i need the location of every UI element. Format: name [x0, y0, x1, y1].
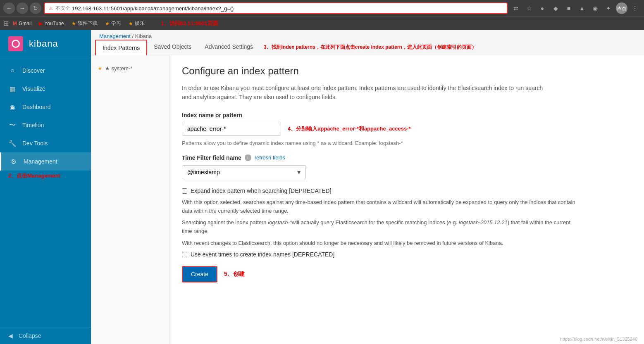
- deprecated-text2: Searching against the index pattern logs…: [182, 218, 579, 236]
- time-filter-label: Time Filter field name: [182, 154, 241, 161]
- annotation-step5: 5、创建: [224, 270, 245, 278]
- refresh-fields-link[interactable]: refresh fields: [255, 154, 285, 161]
- sidebar-item-discover-label: Discover: [22, 67, 45, 74]
- annotation-step3: 3、找到index patterns，在此列下面点击create index p…: [264, 44, 477, 51]
- software-label: 软件下载: [78, 20, 98, 27]
- form-description: In order to use Kibana you must configur…: [182, 83, 554, 102]
- management-header: Management / Kibana Index Patterns Saved…: [91, 30, 644, 55]
- expand-index-checkbox-row: Expand index pattern when searching [DEP…: [182, 187, 632, 194]
- discover-icon: ○: [8, 66, 17, 75]
- main-content: Management / Kibana Index Patterns Saved…: [91, 30, 644, 344]
- apps-icon[interactable]: ⊞: [3, 19, 9, 27]
- kibana-logo-icon: [8, 36, 23, 51]
- system-pattern-item[interactable]: ★ ★ system-*: [91, 62, 169, 75]
- translate-icon[interactable]: ⇄: [510, 2, 522, 14]
- bookmarks-bar: ⊞ M Gmail ▶ YouTube ★ 软件下载 ★ 学习 ★ 娱乐 1、访…: [0, 17, 644, 30]
- page-title: Configure an index pattern: [182, 65, 632, 77]
- event-times-checkbox-row: Use event times to create index names [D…: [182, 251, 632, 258]
- timelion-icon: 〜: [8, 121, 17, 129]
- sidebar-item-visualize[interactable]: ▦ Visualize: [0, 80, 91, 98]
- bookmark-study[interactable]: ★ 学习: [102, 19, 124, 28]
- gmail-label: Gmail: [19, 21, 31, 26]
- sidebar-item-management-label: Management: [24, 158, 57, 165]
- breadcrumb-separator: /: [132, 33, 135, 39]
- annotation-step1: 1、访问63.11:5601页面: [161, 20, 218, 27]
- bookmark-gmail[interactable]: M Gmail: [10, 20, 35, 27]
- study-label: 学习: [111, 20, 121, 27]
- menu-icon[interactable]: ⋮: [629, 2, 641, 14]
- gmail-icon: M: [13, 21, 17, 26]
- create-btn-row: Create 5、创建: [182, 266, 632, 282]
- hint-text: Patterns allow you to define dynamic ind…: [182, 140, 632, 146]
- breadcrumb: Management / Kibana: [91, 30, 644, 39]
- extension1-icon[interactable]: ●: [537, 2, 548, 14]
- tabs-row: Index Patterns Saved Objects Advanced Se…: [91, 39, 644, 55]
- system-pattern-label: ★ system-*: [105, 65, 132, 71]
- insecure-label: 不安全: [55, 5, 70, 12]
- youtube-label: YouTube: [44, 21, 64, 26]
- deprecated-italic1: logstash-*: [268, 219, 292, 225]
- extension5-icon[interactable]: ◉: [589, 2, 601, 14]
- tab-saved-objects[interactable]: Saved Objects: [147, 39, 198, 55]
- deprecated-text3: With recent changes to Elasticsearch, th…: [182, 239, 579, 248]
- browser-actions: ⇄ ☆ ● ◆ ■ ▲ ◉ ✦ 杰杰 ⋮: [510, 2, 641, 14]
- profile-button[interactable]: 杰杰: [616, 2, 627, 14]
- youtube-icon: ▶: [39, 21, 43, 26]
- kibana-title: kibana: [29, 38, 58, 49]
- deprecated-italic2: logstash-2015.12.21: [459, 219, 508, 225]
- info-icon[interactable]: i: [245, 154, 251, 161]
- system-star-icon: ★: [98, 65, 103, 71]
- software-icon: ★: [72, 21, 76, 26]
- sidebar-item-visualize-label: Visualize: [22, 85, 45, 92]
- back-button[interactable]: ←: [3, 2, 15, 14]
- refresh-button[interactable]: ↻: [30, 2, 41, 14]
- collapse-button[interactable]: ◀ Collapse: [0, 327, 91, 344]
- tab-advanced-settings[interactable]: Advanced Settings: [198, 39, 260, 55]
- browser-toolbar: ← → ↻ ⚠ 不安全 192.168.163.11:5601/app/kiba…: [0, 0, 644, 17]
- event-times-checkbox[interactable]: [182, 252, 187, 257]
- annotation-step2: 2、点击Management: [0, 171, 91, 185]
- index-name-label: Index name or pattern: [182, 112, 632, 119]
- create-button[interactable]: Create: [182, 266, 217, 282]
- sidebar-item-devtools-label: Dev Tools: [22, 140, 48, 147]
- sidebar-item-management[interactable]: ⚙ Management: [0, 152, 91, 171]
- sidebar-logo: kibana: [0, 30, 91, 58]
- sidebar-nav: ○ Discover ▦ Visualize ◉ Dashboard 〜 Tim…: [0, 58, 91, 327]
- sidebar-item-timelion-label: Timelion: [22, 122, 44, 128]
- timestamp-select[interactable]: @timestamp: [182, 165, 306, 179]
- bookmark-software[interactable]: ★ 软件下载: [68, 19, 101, 28]
- management-icon: ⚙: [10, 157, 18, 166]
- breadcrumb-current: Kibana: [135, 33, 152, 39]
- bookmark-youtube[interactable]: ▶ YouTube: [36, 20, 67, 27]
- deprecated-text2-part1: Searching against the index pattern: [182, 219, 268, 225]
- extension3-icon[interactable]: ■: [563, 2, 575, 14]
- address-bar[interactable]: ⚠ 不安全 192.168.163.11:5601/app/kibana#/ma…: [44, 2, 508, 14]
- entertainment-icon: ★: [129, 21, 133, 26]
- sidebar-item-dashboard[interactable]: ◉ Dashboard: [0, 98, 91, 116]
- event-times-label[interactable]: Use event times to create index names [D…: [191, 251, 334, 258]
- index-input-row: 4、分别输入appache_error-*和appache_access-*: [182, 122, 632, 136]
- index-pattern-input[interactable]: [182, 122, 281, 136]
- time-filter-row: Time Filter field name i refresh fields: [182, 154, 632, 161]
- content-sidebar: ★ ★ system-*: [91, 55, 169, 344]
- sidebar-item-devtools[interactable]: 🔧 Dev Tools: [0, 134, 91, 152]
- forward-button[interactable]: →: [17, 2, 28, 14]
- sidebar: kibana ○ Discover ▦ Visualize ◉ Dashboar…: [0, 30, 91, 344]
- extension4-icon[interactable]: ▲: [576, 2, 588, 14]
- bookmark-icon[interactable]: ☆: [523, 2, 535, 14]
- deprecated-text1: With this option selected, searches agai…: [182, 198, 579, 216]
- expand-index-checkbox[interactable]: [182, 188, 187, 194]
- sidebar-item-discover[interactable]: ○ Discover: [0, 62, 91, 80]
- entertainment-label: 娱乐: [135, 20, 145, 27]
- bookmark-entertainment[interactable]: ★ 娱乐: [125, 19, 148, 28]
- dashboard-icon: ◉: [8, 103, 17, 111]
- content-area: ★ ★ system-* Configure an index pattern …: [91, 55, 644, 344]
- breadcrumb-parent[interactable]: Management: [99, 33, 131, 39]
- sidebar-item-timelion[interactable]: 〜 Timelion: [0, 116, 91, 134]
- tab-index-patterns[interactable]: Index Patterns: [95, 40, 147, 55]
- browser-chrome: ← → ↻ ⚠ 不安全 192.168.163.11:5601/app/kiba…: [0, 0, 644, 30]
- expand-index-label[interactable]: Expand index pattern when searching [DEP…: [191, 187, 332, 194]
- extension6-icon[interactable]: ✦: [603, 2, 614, 14]
- extension2-icon[interactable]: ◆: [550, 2, 561, 14]
- annotation-step4: 4、分别输入appache_error-*和appache_access-*: [288, 125, 411, 133]
